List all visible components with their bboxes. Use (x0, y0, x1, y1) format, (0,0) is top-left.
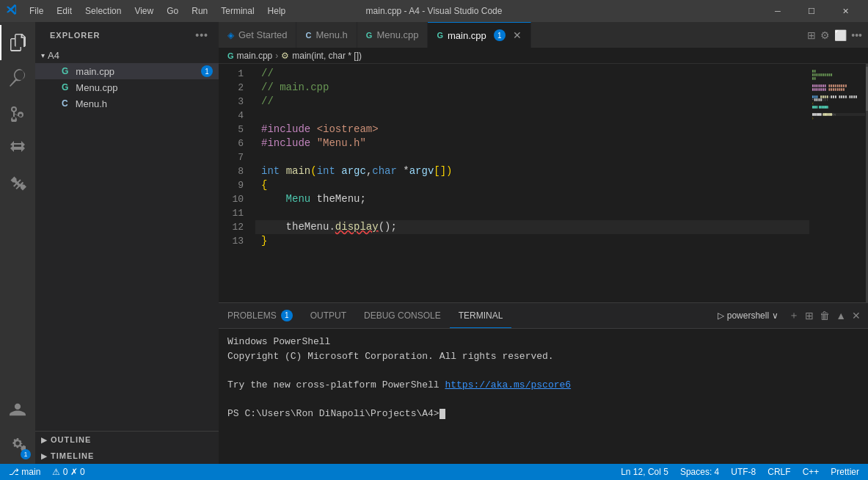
terminal-line-2: Copyright (C) Microsoft Corporation. All… (227, 349, 859, 364)
activity-settings[interactable]: 1 (0, 429, 35, 464)
menu-selection[interactable]: Selection (79, 4, 127, 18)
line-numbers: 12345 678910 111213 (219, 64, 255, 302)
outline-section[interactable]: ▶ Outline (35, 432, 219, 448)
menu-go[interactable]: Go (161, 4, 184, 18)
outline-label: Outline (51, 435, 91, 444)
status-position[interactable]: Ln 12, Col 5 (618, 467, 671, 477)
status-eol[interactable]: CRLF (765, 467, 793, 477)
kill-terminal-icon[interactable]: 🗑 (818, 308, 831, 323)
panel-tab-debug[interactable]: DEBUG CONSOLE (355, 303, 450, 328)
tab-get-started[interactable]: ◈ Get Started (219, 22, 296, 48)
status-left: ⎇ main ⚠ 0 ✗ 0 (6, 467, 88, 477)
activity-extensions[interactable] (0, 166, 35, 201)
breadcrumb: G main.cpp › ⚙ main(int, char * []) (219, 48, 868, 64)
tab-menu-h[interactable]: C Menu.h (296, 22, 357, 48)
window-controls: ─ ☐ ✕ (761, 0, 862, 22)
activity-explorer[interactable] (0, 25, 35, 60)
file-menu-cpp[interactable]: G Menu.cpp (35, 79, 219, 95)
code-editor[interactable]: 12345 678910 111213 // // main.cpp // #i… (219, 64, 809, 302)
titlebar-left: File Edit Selection View Go Run Terminal… (6, 4, 291, 18)
file-cpp-icon-menu: G (62, 82, 68, 92)
code-line-8: int main(int argc,char *argv[]) (255, 164, 809, 178)
folder-name: A4 (48, 50, 59, 61)
window-title: main.cpp - A4 - Visual Studio Code (366, 6, 503, 16)
more-actions-icon[interactable]: ••• (851, 29, 862, 41)
code-area: 12345 678910 111213 // // main.cpp // #i… (219, 64, 868, 302)
status-errors[interactable]: ⚠ 0 ✗ 0 (49, 467, 87, 477)
tab-main-cpp[interactable]: G main.cpp 1 ✕ (428, 22, 530, 48)
breadcrumb-file[interactable]: main.cpp (237, 51, 273, 61)
file-name-menu-cpp: Menu.cpp (76, 82, 117, 93)
toggle-panel-icon[interactable]: ⬜ (834, 29, 847, 41)
close-button[interactable]: ✕ (828, 0, 862, 22)
activity-bar: 1 (0, 22, 35, 464)
sidebar-header-actions: ••• (194, 28, 210, 43)
status-formatter[interactable]: Prettier (828, 467, 862, 477)
code-line-9: { (255, 178, 809, 192)
breadcrumb-function[interactable]: main(int, char * []) (292, 51, 362, 61)
terminal-content[interactable]: Windows PowerShell Copyright (C) Microso… (219, 329, 868, 464)
tab-cpp-icon-main: G (437, 31, 443, 40)
status-language[interactable]: C++ (800, 467, 823, 477)
status-branch[interactable]: ⎇ main (6, 467, 43, 477)
status-right: Ln 12, Col 5 Spaces: 4 UTF-8 CRLF C++ Pr… (618, 467, 862, 477)
panel-tab-problems[interactable]: PROBLEMS 1 (219, 303, 302, 328)
menu-file[interactable]: File (23, 4, 49, 18)
terminal-url[interactable]: https://aka.ms/pscore6 (445, 379, 571, 390)
menu-help[interactable]: Help (262, 4, 292, 18)
activity-search[interactable] (0, 60, 35, 95)
panel-tab-actions: ▷ powershell ∨ ＋ ⊞ 🗑 ▲ ✕ (712, 303, 868, 328)
sidebar-more-actions[interactable]: ••• (194, 28, 210, 43)
panel-tab-terminal[interactable]: TERMINAL (450, 303, 512, 328)
outline-arrow-icon: ▶ (41, 436, 48, 444)
close-panel-icon[interactable]: ✕ (850, 308, 862, 323)
menu-run[interactable]: Run (186, 4, 214, 18)
shell-dropdown-icon[interactable]: ∨ (772, 310, 778, 321)
code-line-13: } (255, 234, 809, 248)
menu-edit[interactable]: Edit (51, 4, 78, 18)
terminal-line-4: Try the new cross-platform PowerShell ht… (227, 378, 859, 393)
code-line-10: Menu theMenu; (255, 192, 809, 206)
activity-run[interactable] (0, 131, 35, 166)
terminal-cursor (440, 409, 445, 419)
activity-account[interactable] (0, 393, 35, 429)
terminal-shell-label: ▷ powershell ∨ (718, 310, 778, 321)
sidebar-bottom: ▶ Outline ▶ Timeline (35, 431, 219, 464)
maximize-panel-icon[interactable]: ▲ (834, 308, 847, 323)
status-bar: ⎇ main ⚠ 0 ✗ 0 Ln 12, Col 5 Spaces: 4 UT… (0, 464, 868, 480)
settings-editor-icon[interactable]: ⚙ (820, 29, 830, 41)
code-content[interactable]: // // main.cpp // #include <iostream> #i… (255, 64, 809, 302)
panel-label-output: OUTPUT (310, 310, 346, 321)
add-terminal-icon[interactable]: ＋ (787, 308, 800, 324)
split-editor-icon[interactable]: ⊞ (807, 29, 816, 41)
folder-a4[interactable]: ▾ A4 (35, 47, 219, 63)
menu-view[interactable]: View (128, 4, 159, 18)
folder-arrow-icon: ▾ (41, 51, 45, 59)
timeline-label: Timeline (51, 451, 94, 460)
timeline-section[interactable]: ▶ Timeline (35, 448, 219, 464)
menu-terminal[interactable]: Terminal (215, 4, 260, 18)
panel-label-debug: DEBUG CONSOLE (364, 310, 441, 321)
vscode-logo-icon (6, 4, 18, 18)
bottom-panel: PROBLEMS 1 OUTPUT DEBUG CONSOLE TERMINAL… (219, 302, 868, 464)
panel-tab-output[interactable]: OUTPUT (302, 303, 355, 328)
terminal-prompt: PS C:\Users\Ron DiNapoli\Projects\A4> (227, 408, 440, 419)
code-line-6: #include "Menu.h" (255, 137, 809, 150)
file-main-cpp[interactable]: G main.cpp 1 (35, 63, 219, 79)
activity-source-control[interactable] (0, 95, 35, 131)
file-menu-h[interactable]: C Menu.h (35, 95, 219, 112)
minimap: ██ ██████████ ██ ███████ █████████ █████… (809, 64, 868, 302)
titlebar: File Edit Selection View Go Run Terminal… (0, 0, 868, 22)
minimize-button[interactable]: ─ (761, 0, 795, 22)
status-spaces[interactable]: Spaces: 4 (677, 467, 722, 477)
maximize-button[interactable]: ☐ (795, 0, 828, 22)
code-line-1: // (255, 67, 809, 81)
tab-label-get-started: Get Started (238, 29, 287, 40)
status-encoding[interactable]: UTF-8 (728, 467, 759, 477)
tab-menu-cpp[interactable]: G Menu.cpp (357, 22, 428, 48)
minimap-content: ██ ██████████ ██ ███████ █████████ █████… (809, 64, 868, 126)
file-name-menu-h: Menu.h (76, 98, 107, 109)
split-terminal-icon[interactable]: ⊞ (803, 308, 815, 323)
explorer-title: Explorer (50, 31, 101, 40)
tab-close-main[interactable]: ✕ (513, 29, 522, 41)
